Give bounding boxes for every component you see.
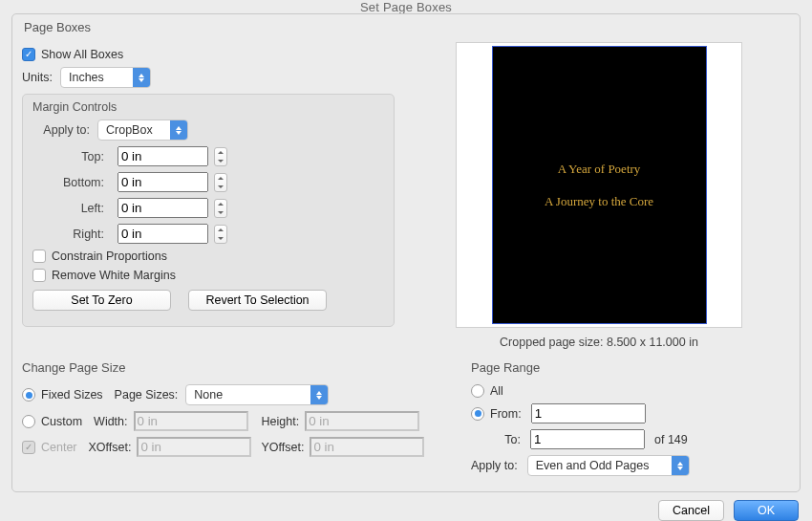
center-label: Center <box>41 441 77 454</box>
chevron-down-icon <box>133 68 150 87</box>
page-preview: A Year of Poetry A Journey to the Core <box>456 42 742 328</box>
xoffset-input <box>137 437 251 457</box>
units-select[interactable]: Inches <box>60 67 151 88</box>
range-apply-to-label: Apply to: <box>471 459 518 472</box>
margin-apply-to-value: CropBox <box>106 123 153 137</box>
revert-button[interactable]: Revert To Selection <box>188 290 327 311</box>
margin-left-label: Left: <box>32 202 104 215</box>
xoffset-label: XOffset: <box>89 441 132 454</box>
page-sizes-select[interactable]: None <box>185 384 329 405</box>
margin-right-label: Right: <box>32 228 104 241</box>
show-all-boxes-label: Show All Boxes <box>41 48 123 61</box>
cropped-size-label: Cropped page size: 8.500 x 11.000 in <box>408 336 790 349</box>
margin-top-stepper[interactable] <box>214 147 227 166</box>
remove-margins-checkbox[interactable] <box>32 269 46 282</box>
margin-apply-to-label: Apply to: <box>32 123 90 137</box>
margin-right-stepper[interactable] <box>214 225 227 244</box>
page-sizes-label: Page Sizes: <box>115 388 179 402</box>
margin-left-input[interactable] <box>118 198 208 218</box>
change-size-title: Change Page Size <box>22 360 442 375</box>
margin-right-input[interactable] <box>118 224 208 244</box>
fixed-sizes-label: Fixed Sizes <box>41 388 103 402</box>
height-input <box>305 411 419 431</box>
from-label: From: <box>490 407 522 421</box>
from-input[interactable] <box>531 403 646 423</box>
margin-bottom-stepper[interactable] <box>214 173 227 192</box>
margin-controls-group: Margin Controls Apply to: CropBox Top: B… <box>22 94 395 327</box>
preview-line-1: A Year of Poetry <box>493 162 706 177</box>
fixed-sizes-radio[interactable] <box>22 388 35 402</box>
constrain-label: Constrain Proportions <box>52 250 167 263</box>
show-all-boxes-checkbox[interactable]: ✓ <box>22 48 35 61</box>
page-range-title: Page Range <box>471 360 790 375</box>
to-input[interactable] <box>530 429 645 449</box>
width-input <box>134 411 248 431</box>
units-label: Units: <box>22 71 53 84</box>
preview-page-content: A Year of Poetry A Journey to the Core <box>492 46 707 324</box>
to-label: To: <box>490 433 521 446</box>
range-apply-to-value: Even and Odd Pages <box>536 459 650 472</box>
set-to-zero-button[interactable]: Set To Zero <box>32 290 171 311</box>
margin-bottom-input[interactable] <box>118 172 208 192</box>
margin-top-input[interactable] <box>118 146 208 166</box>
units-value: Inches <box>69 71 104 84</box>
from-radio[interactable] <box>471 407 484 421</box>
custom-radio[interactable] <box>22 415 35 428</box>
chevron-down-icon <box>672 456 689 475</box>
all-label: All <box>490 384 503 398</box>
page-boxes-label: Page Boxes <box>24 20 790 34</box>
all-radio[interactable] <box>471 384 484 398</box>
chevron-down-icon <box>170 120 187 140</box>
margin-apply-to-select[interactable]: CropBox <box>97 119 188 141</box>
custom-label: Custom <box>41 415 82 428</box>
margin-bottom-label: Bottom: <box>32 176 104 189</box>
chevron-down-icon <box>310 385 328 404</box>
center-checkbox: ✓ <box>22 441 35 454</box>
margin-left-stepper[interactable] <box>214 199 227 218</box>
ok-button[interactable]: OK <box>734 500 799 521</box>
range-apply-to-select[interactable]: Even and Odd Pages <box>527 455 690 476</box>
margin-controls-title: Margin Controls <box>32 100 384 114</box>
height-label: Height: <box>262 415 300 428</box>
page-sizes-value: None <box>194 388 223 402</box>
constrain-checkbox[interactable] <box>32 250 46 263</box>
preview-line-2: A Journey to the Core <box>493 194 706 209</box>
width-label: Width: <box>94 415 127 428</box>
page-boxes-panel: Page Boxes ✓ Show All Boxes Units: Inche… <box>11 13 801 492</box>
of-label: of 149 <box>654 433 688 446</box>
remove-margins-label: Remove White Margins <box>52 269 176 282</box>
window-title: Set Page Boxes <box>0 0 812 13</box>
margin-top-label: Top: <box>32 150 104 163</box>
cancel-button[interactable]: Cancel <box>658 500 724 521</box>
yoffset-label: YOffset: <box>261 441 304 454</box>
yoffset-input <box>310 437 424 457</box>
